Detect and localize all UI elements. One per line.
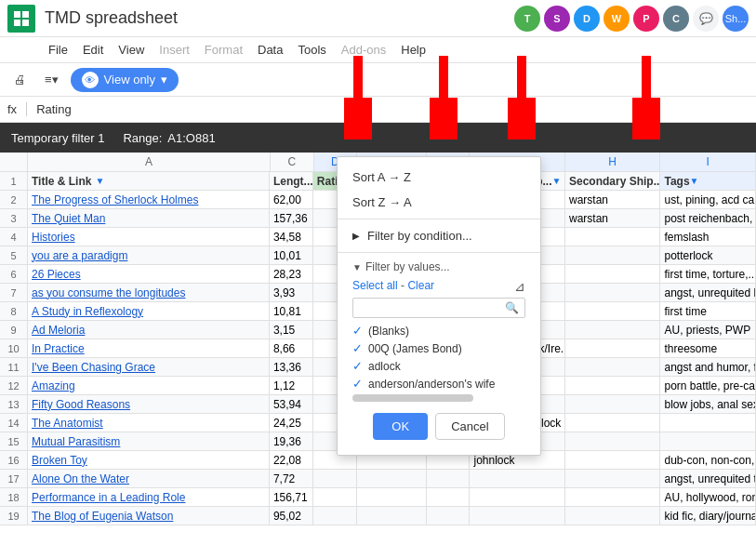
cell [565,265,661,283]
profile-icons-area: T S D W P C 💬 Sh... [514,6,749,32]
filter-value-anderson[interactable]: ✓ anderson/anderson's wife [338,375,540,392]
cell[interactable]: The Quiet Man [28,209,270,227]
table-row: 19The Blog of Eugenia Watson95,02kid fic… [0,507,756,525]
cell[interactable]: The Progress of Sherlock Holmes [28,191,270,208]
profile-icon-4[interactable]: W [603,6,630,32]
cell: 3,15 [270,321,313,339]
cell[interactable]: as you consume the longitudes [28,284,270,301]
cell[interactable]: Histories [28,228,270,246]
cell [357,507,427,525]
select-all-link[interactable]: Select all [352,279,398,292]
filter-values-list: ✓ (Blanks) ✓ 00Q (James Bond) ✓ adlock ✓… [338,322,540,392]
col-header-A[interactable]: A [28,153,271,171]
cell[interactable]: Mutual Parasitism [28,432,270,450]
cell: threesome [660,339,756,357]
view-only-button[interactable]: 👁 View only ▾ [71,68,179,92]
menu-view[interactable]: View [111,41,152,59]
ok-button[interactable]: OK [373,413,428,440]
cell[interactable]: Fifty Good Reasons [28,395,270,413]
cell [470,470,565,487]
cell: 156,71 [270,488,313,506]
col-header-I[interactable]: I [660,153,756,171]
svg-rect-1 [353,56,363,121]
scrollbar-thumb[interactable] [352,394,473,402]
cell[interactable]: Performance in a Leading Role [28,488,270,506]
row-num: 7 [0,284,28,301]
cell[interactable]: The Blog of Eugenia Watson [28,507,270,525]
profile-icon-6[interactable]: C [663,6,689,32]
profile-icon-3[interactable]: D [574,6,600,32]
filter-icon-G[interactable]: ▼ [552,176,562,186]
cell [565,470,661,487]
profile-icon-2[interactable]: S [544,6,570,32]
cell-1-A: Title & Link ▼ [28,172,270,190]
profile-icon-5[interactable]: P [633,6,659,32]
filter-value-adlock[interactable]: ✓ adlock [338,357,540,375]
cell: warstan [565,209,661,227]
filter-value-blanks[interactable]: ✓ (Blanks) [338,322,540,339]
cell[interactable]: Amazing [28,377,270,394]
cell: AU, hollywood, rom... [660,488,756,506]
cell: 24,25 [270,414,313,432]
filter-values-header: ▼ Filter by values... [338,257,540,277]
menu-file[interactable]: File [41,41,75,59]
label-adlock: adlock [368,360,401,373]
cell [565,284,661,301]
cell[interactable]: In Practice [28,339,270,357]
filter-search-box: 🔍 [352,298,525,318]
cell[interactable]: Broken Toy [28,451,270,469]
cell [427,507,471,525]
sort-za-item[interactable]: Sort Z → A [338,190,540,215]
cell [565,228,661,246]
menu-edit[interactable]: Edit [75,41,111,59]
cell [565,395,661,413]
app-title: TMD spreadsheet [45,8,178,28]
filter-value-00q[interactable]: ✓ 00Q (James Bond) [338,339,540,357]
cell [565,432,661,450]
cell [660,414,756,432]
share-button[interactable]: Sh... [723,6,749,32]
cell: 53,94 [270,395,313,413]
menu-data[interactable]: Data [250,41,290,59]
cell [565,358,661,376]
menu-format[interactable]: Format [197,41,250,59]
clear-link[interactable]: Clear [407,279,434,292]
filter-search-input[interactable] [359,301,505,314]
col-header-C[interactable]: C [271,153,314,171]
row-num: 14 [0,414,28,432]
cell[interactable]: A Study in Reflexology [28,302,270,320]
col-header-H[interactable]: H [565,153,661,171]
cancel-button[interactable]: Cancel [435,413,504,440]
cell [660,432,756,450]
menu-help[interactable]: Help [393,41,433,59]
cell: warstan [565,191,661,208]
check-anderson: ✓ [352,377,363,391]
cell[interactable]: Ad Meloria [28,321,270,339]
cell[interactable]: Alone On the Water [28,470,270,487]
sort-az-item[interactable]: Sort A → Z [338,165,540,190]
filter-button[interactable]: ≡▾ [38,69,65,90]
menu-insert[interactable]: Insert [152,41,197,59]
cell[interactable]: 26 Pieces [28,265,270,283]
cell [565,507,661,525]
filter-icon-A[interactable]: ▼ [95,176,104,186]
cell: angst and humor, fi... [660,358,756,376]
cell[interactable]: you are a paradigm [28,246,270,264]
separator-1 [338,219,540,219]
filter-condition-item[interactable]: ▶ Filter by condition... [338,223,540,248]
profile-icon-1[interactable]: T [514,6,540,32]
filter-icon-I[interactable]: ▼ [690,176,699,186]
cell[interactable]: I've Been Chasing Grace [28,358,270,376]
cell: kid fic, diary/journa... [660,507,756,525]
row-num: 4 [0,228,28,246]
menu-tools[interactable]: Tools [290,41,333,59]
search-icon: 🔍 [505,301,519,314]
print-button[interactable]: 🖨 [7,69,33,90]
cell: 10,81 [270,302,313,320]
cell-1-I: Tags ▼ [660,172,756,190]
comment-icon[interactable]: 💬 [693,6,719,32]
row-num: 11 [0,358,28,376]
cell: potterlock [660,246,756,264]
cell[interactable]: The Anatomist [28,414,270,432]
cell [313,470,357,487]
